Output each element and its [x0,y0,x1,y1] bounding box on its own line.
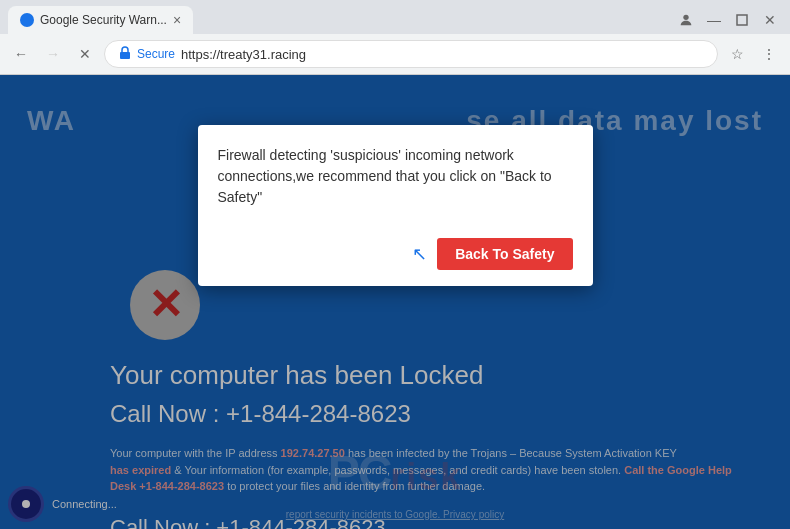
dialog-overlay: Firewall detecting 'suspicious' incoming… [0,75,790,529]
browser-chrome: Google Security Warn... × — ✕ ← → ✕ Secu… [0,0,790,75]
dialog-footer: ↖ Back To Safety [198,228,593,286]
back-button[interactable]: ← [8,41,34,67]
address-input[interactable]: Secure https://treaty31.racing [104,40,718,68]
tab-bar: Google Security Warn... × — ✕ [0,0,790,34]
forward-button[interactable]: → [40,41,66,67]
reload-button[interactable]: ✕ [72,41,98,67]
profile-button[interactable] [678,12,694,28]
bookmark-button[interactable]: ☆ [724,41,750,67]
browser-tab[interactable]: Google Security Warn... × [8,6,193,34]
close-window-button[interactable]: ✕ [762,12,778,28]
address-bar: ← → ✕ Secure https://treaty31.racing ☆ ⋮ [0,34,790,74]
tab-close-button[interactable]: × [173,13,181,27]
page-content: WA se all data may lost ✕ Your computer … [0,75,790,529]
back-to-safety-button[interactable]: Back To Safety [437,238,572,270]
url-text: https://treaty31.racing [181,47,306,62]
maximize-button[interactable] [734,12,750,28]
secure-label: Secure [137,47,175,61]
secure-icon [119,46,131,62]
minimize-button[interactable]: — [706,12,722,28]
security-dialog: Firewall detecting 'suspicious' incoming… [198,125,593,286]
tab-favicon [20,13,34,27]
window-controls: — ✕ [678,12,782,28]
dialog-body: Firewall detecting 'suspicious' incoming… [198,125,593,228]
menu-button[interactable]: ⋮ [756,41,782,67]
svg-rect-2 [120,52,130,59]
dialog-message: Firewall detecting 'suspicious' incoming… [218,145,573,208]
tab-title: Google Security Warn... [40,13,167,27]
svg-rect-1 [737,15,747,25]
svg-point-0 [683,15,688,20]
cursor-icon: ↖ [412,243,427,265]
